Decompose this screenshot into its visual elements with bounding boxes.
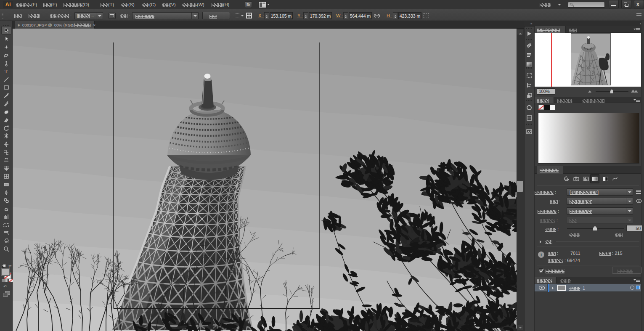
svg-text:T: T (5, 69, 8, 74)
